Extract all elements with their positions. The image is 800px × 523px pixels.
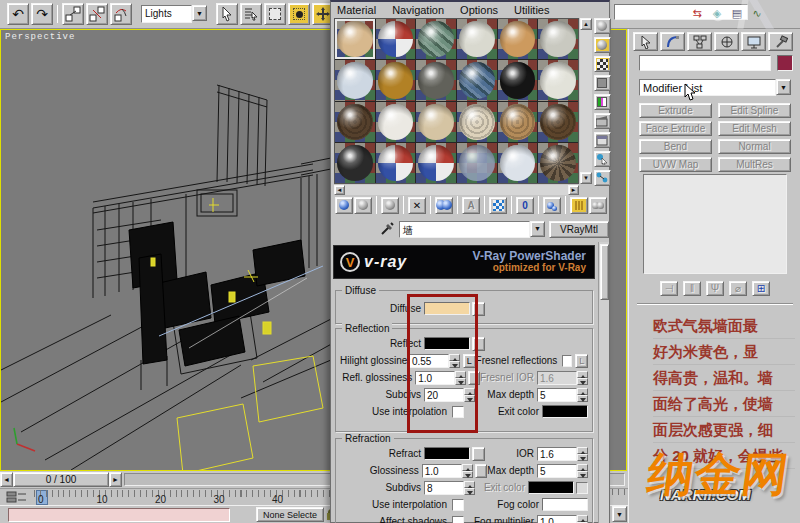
material-sample[interactable] xyxy=(335,19,375,59)
refr-glossiness-spinner[interactable]: 1.0 xyxy=(422,464,473,478)
material-sample[interactable] xyxy=(538,102,578,142)
max-depth-spinner[interactable]: 5 xyxy=(537,388,588,402)
material-sample[interactable] xyxy=(335,102,375,142)
show-end-result-icon[interactable] xyxy=(543,197,561,214)
backlight-icon[interactable] xyxy=(594,37,611,53)
select-object-icon[interactable] xyxy=(216,3,238,25)
named-selection-filter[interactable]: Lights ▼ xyxy=(141,5,207,23)
refr-glossiness-map-button[interactable] xyxy=(475,464,488,478)
material-sample[interactable] xyxy=(416,143,456,183)
make-material-copy-icon[interactable] xyxy=(435,197,453,214)
object-color-swatch[interactable] xyxy=(777,55,793,71)
material-sample[interactable] xyxy=(335,143,375,183)
fresnel-reflections-checkbox[interactable] xyxy=(562,355,572,367)
scroll-down-icon[interactable]: ▼ xyxy=(580,172,592,184)
modifier-button-multres[interactable]: MultRes xyxy=(718,157,791,172)
modifier-button-edit-mesh[interactable]: Edit Mesh xyxy=(718,121,791,136)
material-name-dropdown[interactable]: 墙 ▼ xyxy=(399,221,545,238)
go-to-parent-icon[interactable] xyxy=(570,197,588,214)
menu-material[interactable]: Material xyxy=(337,4,376,16)
mini-curve-editor-icon[interactable] xyxy=(6,491,28,504)
modifier-stack-list[interactable] xyxy=(643,174,787,274)
refl-glossiness-spinner[interactable]: 1.0 xyxy=(415,371,466,385)
time-dropdown-icon[interactable]: ▼ xyxy=(612,506,627,522)
scroll-left-icon[interactable]: ◄ xyxy=(334,185,345,195)
time-slider-handle[interactable]: 0 / 100 xyxy=(13,472,109,487)
scrollbar-track[interactable] xyxy=(345,185,568,195)
video-color-check-icon[interactable] xyxy=(594,94,611,110)
sample-horizontal-scrollbar[interactable]: ◄ ► xyxy=(334,185,579,195)
fresnel-lock-button[interactable]: L xyxy=(575,354,588,368)
sample-uv-tiling-icon[interactable] xyxy=(594,75,611,91)
hilight-lock-button[interactable]: L xyxy=(463,354,476,368)
material-sample[interactable] xyxy=(457,60,497,100)
material-sample[interactable] xyxy=(498,143,538,183)
sample-vertical-scrollbar[interactable]: ▲ ▼ xyxy=(580,18,592,184)
material-id-channel-icon[interactable]: 0 xyxy=(516,197,534,214)
maxscript-mini-listener[interactable] xyxy=(8,508,230,522)
selection-filter-value[interactable]: Lights xyxy=(141,5,192,23)
rollout-scrollbar[interactable] xyxy=(598,242,609,523)
scroll-right-icon[interactable]: ► xyxy=(568,185,579,195)
window-crossing-toggle-icon[interactable] xyxy=(288,3,310,25)
scroll-up-icon[interactable]: ▲ xyxy=(580,18,592,30)
scrollbar-thumb[interactable] xyxy=(600,244,609,300)
previous-frame-icon[interactable]: ◄ xyxy=(0,472,13,487)
refr-max-depth-spinner[interactable]: 5 xyxy=(537,464,588,478)
material-sample[interactable] xyxy=(376,19,416,59)
ior-spinner[interactable]: 1.6 xyxy=(537,447,588,461)
material-sample[interactable] xyxy=(376,102,416,142)
modifier-button-edit-spline[interactable]: Edit Spline xyxy=(718,103,791,118)
configure-modifier-sets-icon[interactable]: ⊞ xyxy=(752,281,770,296)
diffuse-map-button[interactable] xyxy=(472,302,485,316)
curve-editor-icon[interactable]: ∿ xyxy=(750,7,764,20)
pick-material-from-object-icon[interactable] xyxy=(379,221,395,237)
material-sample[interactable] xyxy=(457,143,497,183)
use-interpolation-checkbox[interactable] xyxy=(452,406,464,418)
get-material-icon[interactable] xyxy=(335,197,353,214)
material-sample[interactable] xyxy=(538,19,578,59)
menu-options[interactable]: Options xyxy=(460,4,498,16)
object-name-input[interactable] xyxy=(639,55,771,71)
tab-modify[interactable] xyxy=(660,32,685,51)
material-map-navigator-icon[interactable] xyxy=(594,170,611,186)
reset-map-icon[interactable]: ✕ xyxy=(408,197,426,214)
modifier-button-face-extrude[interactable]: Face Extrude xyxy=(639,121,712,136)
fog-color-swatch[interactable] xyxy=(542,498,588,511)
selection-lock-status[interactable]: None Selecte xyxy=(256,507,324,522)
tab-utilities[interactable] xyxy=(768,32,793,51)
subdivs-spinner[interactable]: 20 xyxy=(424,388,475,402)
material-sample[interactable] xyxy=(457,19,497,59)
reflect-map-button[interactable] xyxy=(472,337,485,351)
fog-multiplier-spinner[interactable]: 1.0 xyxy=(537,515,588,523)
material-sample[interactable] xyxy=(498,60,538,100)
background-icon[interactable] xyxy=(594,56,611,72)
chevron-down-icon[interactable]: ▼ xyxy=(530,221,545,237)
material-sample[interactable] xyxy=(376,60,416,100)
refr-subdivs-spinner[interactable]: 8 xyxy=(424,481,475,495)
layer-manager-icon[interactable]: ▤ xyxy=(730,7,744,20)
material-sample[interactable] xyxy=(416,102,456,142)
put-to-library-icon[interactable]: A xyxy=(462,197,480,214)
refract-color-swatch[interactable] xyxy=(424,447,470,460)
material-sample[interactable] xyxy=(416,60,456,100)
redo-icon[interactable]: ↷ xyxy=(31,3,53,25)
tab-hierarchy[interactable] xyxy=(687,32,712,51)
refract-map-button[interactable] xyxy=(472,447,485,461)
reflect-color-swatch[interactable] xyxy=(424,337,470,350)
make-preview-icon[interactable] xyxy=(594,113,611,129)
assign-material-to-selection-icon[interactable] xyxy=(381,197,399,214)
sample-type-icon[interactable] xyxy=(594,18,611,34)
show-end-result-stack-icon[interactable]: ‖ xyxy=(683,281,701,296)
refl-glossiness-map-button[interactable] xyxy=(468,371,480,385)
align-icon[interactable]: ◈ xyxy=(710,7,724,20)
menu-utilities[interactable]: Utilities xyxy=(514,4,549,16)
material-sample[interactable] xyxy=(498,19,538,59)
menu-navigation[interactable]: Navigation xyxy=(392,4,444,16)
modifier-list-dropdown[interactable]: Modifier List ▼ xyxy=(639,79,791,96)
tab-display[interactable] xyxy=(741,32,766,51)
chevron-down-icon[interactable]: ▼ xyxy=(776,79,791,95)
rectangular-selection-region-icon[interactable] xyxy=(264,3,286,25)
bind-to-spacewarp-icon[interactable] xyxy=(110,3,132,25)
modifier-list-value[interactable]: Modifier List xyxy=(639,79,776,96)
